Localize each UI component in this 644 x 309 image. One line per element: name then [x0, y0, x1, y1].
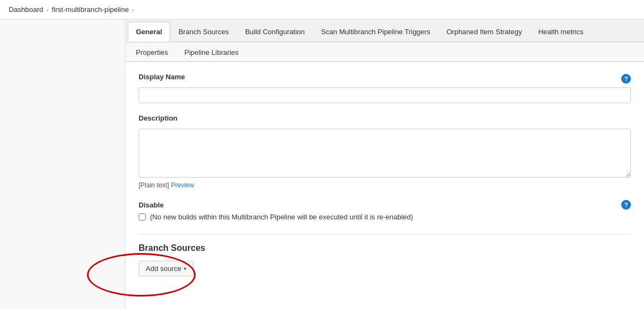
tab-health-metrics[interactable]: Health metrics	[530, 22, 591, 42]
tabs-row1: General Branch Sources Build Configurati…	[126, 20, 644, 42]
breadcrumb-arrow-1: ›	[47, 7, 49, 13]
tab-pipeline-libraries[interactable]: Pipeline Libraries	[176, 43, 247, 61]
breadcrumb-dashboard[interactable]: Dashboard	[9, 5, 43, 14]
format-text: [Plain text]	[139, 181, 169, 189]
add-source-label: Add source	[146, 264, 182, 273]
tab-scan-triggers[interactable]: Scan Multibranch Pipeline Triggers	[313, 22, 439, 42]
branch-sources-title: Branch Sources	[139, 243, 631, 253]
tab-general[interactable]: General	[128, 22, 170, 42]
sidebar	[0, 20, 125, 309]
disable-checkbox-row: (No new builds within this Multibranch P…	[139, 213, 631, 221]
add-source-button[interactable]: Add source ▾	[139, 261, 193, 276]
preview-link[interactable]: Preview	[171, 181, 194, 189]
disable-section: Disable ? (No new builds within this Mul…	[139, 200, 631, 221]
display-name-label: Display Name	[139, 73, 185, 81]
tab-properties[interactable]: Properties	[128, 43, 176, 61]
main-content: General Branch Sources Build Configurati…	[0, 20, 644, 309]
tabs-row2: Properties Pipeline Libraries	[126, 42, 644, 62]
description-label: Description	[139, 114, 178, 122]
text-format-note: [Plain text] Preview	[139, 181, 631, 189]
disable-label: Disable	[139, 201, 164, 209]
tab-branch-sources[interactable]: Branch Sources	[170, 22, 237, 42]
add-source-caret-icon: ▾	[184, 266, 186, 272]
branch-sources-section: Branch Sources Add source ▾	[139, 234, 631, 276]
display-name-input[interactable]	[139, 87, 631, 103]
breadcrumb-pipeline[interactable]: first-multibranch-pipeline	[52, 5, 129, 14]
form-area: Display Name ? Description [Plain text] …	[126, 62, 644, 287]
config-panel: General Branch Sources Build Configurati…	[125, 20, 644, 309]
display-name-group: Display Name ?	[139, 73, 631, 103]
disable-help-icon[interactable]: ?	[621, 200, 631, 210]
tab-orphaned-strategy[interactable]: Orphaned Item Strategy	[439, 22, 530, 42]
display-name-help-icon[interactable]: ?	[621, 74, 631, 84]
disable-description: (No new builds within this Multibranch P…	[150, 213, 413, 221]
disable-checkbox[interactable]	[139, 213, 146, 220]
tab-build-configuration[interactable]: Build Configuration	[237, 22, 313, 42]
breadcrumb-arrow-2: ›	[132, 7, 134, 13]
description-group: Description [Plain text] Preview	[139, 114, 631, 189]
description-textarea[interactable]	[139, 129, 631, 178]
breadcrumb-bar: Dashboard › first-multibranch-pipeline ›	[0, 0, 644, 20]
